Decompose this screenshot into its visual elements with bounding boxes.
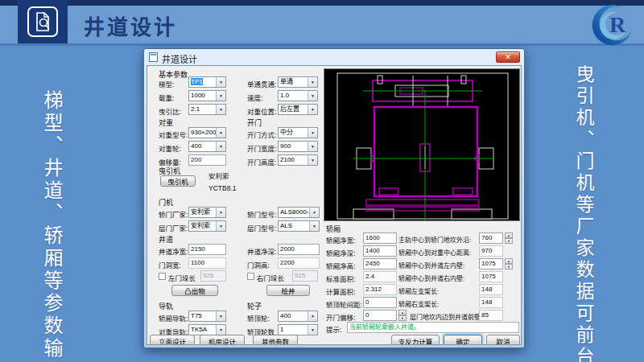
car-right-bracket-label: 轿厢右支架长:	[398, 299, 439, 308]
chevron-down-icon: ▼	[216, 221, 225, 231]
close-button[interactable]: ✕	[496, 51, 520, 63]
shaft-cad-preview[interactable]	[324, 68, 520, 221]
door-mode-select[interactable]: 中分▼	[278, 127, 318, 138]
traction-ratio-select[interactable]: 2:1▼	[188, 104, 226, 115]
car-net-height-input[interactable]: 2450	[363, 258, 397, 269]
speed-select[interactable]: 1.0▼	[278, 90, 318, 101]
spinner-up-icon[interactable]: ▲	[505, 258, 513, 264]
left-jamb-checkbox[interactable]	[159, 273, 166, 280]
car-right-bracket-input[interactable]: 148	[479, 297, 503, 308]
traction-ratio-label: 曳引比:	[159, 106, 181, 116]
cwt-position-select[interactable]: 后左置▼	[278, 104, 318, 115]
chevron-down-icon: ▼	[216, 208, 225, 217]
reaction-force-button[interactable]: 支反力计算	[391, 335, 440, 345]
car-net-width-label: 轿厢净宽:	[326, 235, 355, 245]
ladder-type-select[interactable]: TP1▼	[188, 76, 226, 88]
chevron-down-icon: ▼	[308, 155, 317, 165]
traction-machine-button[interactable]: 曳引机	[160, 175, 196, 187]
landing-door-model-select[interactable]: ALS▼	[278, 220, 320, 232]
main-rail-to-sill-spinner[interactable]: ▲▼	[505, 232, 513, 244]
door-hole-width-label: 门洞宽:	[159, 260, 181, 269]
load-label: 载重:	[159, 93, 174, 102]
car-to-right-wall-input[interactable]: 1075	[479, 271, 503, 282]
computed-area-input[interactable]: 2.312	[363, 284, 397, 295]
left-jamb-input[interactable]: 525	[200, 270, 226, 282]
chevron-down-icon: ▼	[308, 311, 317, 321]
landing-door-brand-select[interactable]: 安利索▼	[188, 220, 226, 232]
cwt-rail-select[interactable]: TK5A▼	[188, 324, 226, 335]
chevron-down-icon: ▼	[216, 128, 225, 138]
dialog-titlebar[interactable]: 井道设计 ✕	[144, 49, 524, 65]
car-to-cwt-center-label: 轿厢中心到对重中心距离:	[398, 248, 471, 257]
elevation-design-button[interactable]: 立面设计	[150, 335, 195, 345]
through-type-label: 单通贯通:	[247, 79, 276, 88]
page-title: 井道设计	[84, 10, 177, 40]
car-door-model-select[interactable]: ALS8000-7▼	[278, 207, 320, 218]
dialog-icon	[149, 52, 158, 62]
door-offset-input[interactable]: 0	[363, 310, 397, 321]
group-shaft: 井道	[159, 234, 173, 245]
door-width-select[interactable]: 900▼	[278, 141, 318, 152]
shaft-design-dialog: 井道设计 ✕ 基本参数 梯型: TP1▼ 单通贯通: 单通▼ 载重: 1000▼…	[143, 48, 525, 348]
right-banner-text: 曳引机、门机等厂家数据可前台增加	[570, 64, 597, 362]
car-to-left-wall-spinner[interactable]: ▲▼	[505, 258, 513, 269]
chevron-down-icon: ▼	[216, 105, 225, 114]
group-counterweight: 对重	[159, 117, 173, 128]
group-door-opening: 开门	[247, 117, 262, 128]
car-net-depth-input[interactable]: 1400	[363, 245, 397, 257]
car-net-width-input[interactable]: 1600	[363, 232, 397, 244]
logo-letter: R	[609, 12, 626, 37]
door-mode-label: 开门方式:	[247, 130, 276, 139]
chevron-down-icon: ▼	[216, 77, 225, 87]
main-rail-to-sill-input[interactable]: 760	[479, 232, 503, 244]
car-left-bracket-input[interactable]: 148	[479, 284, 503, 295]
machine-room-design-button[interactable]: 机房设计	[200, 335, 245, 345]
sill-to-front-wall-input[interactable]: 85	[479, 310, 503, 321]
cwt-wheel-select[interactable]: 400▼	[188, 141, 226, 152]
chevron-down-icon: ▼	[216, 91, 225, 101]
ok-button[interactable]: 确定	[444, 335, 482, 345]
car-to-left-wall-label: 轿厢中心到井道左内壁:	[398, 261, 464, 269]
top-wheel-select[interactable]: 400▼	[278, 311, 318, 322]
right-jamb-input[interactable]: 525	[292, 270, 318, 282]
chevron-down-icon: ▼	[216, 142, 225, 151]
door-offset-spinner[interactable]: ▲▼	[398, 310, 407, 321]
main-rail-to-sill-label: 主轨中心到轿门地坎外沿:	[398, 235, 471, 244]
door-height-select[interactable]: 2100▼	[278, 154, 318, 166]
door-hole-height-input[interactable]: 2200	[278, 257, 320, 269]
car-to-right-wall-label: 轿厢中心到井道右内壁:	[398, 274, 464, 282]
draw-shaft-button[interactable]: 绘井	[266, 285, 310, 296]
car-to-cwt-center-input[interactable]: 970	[479, 245, 503, 257]
spinner-down-icon[interactable]: ▼	[398, 315, 407, 321]
shaft-net-width-input[interactable]: 2150	[188, 244, 226, 255]
document-magnifier-icon	[27, 6, 59, 38]
spinner-up-icon[interactable]: ▲	[398, 310, 407, 315]
traction-brand-text: 安利索	[208, 171, 229, 180]
chevron-down-icon: ▼	[308, 142, 317, 151]
load-select[interactable]: 1000▼	[188, 90, 226, 101]
car-to-left-wall-input[interactable]: 1075	[479, 258, 503, 269]
shaft-net-depth-label: 井道净深:	[247, 246, 276, 256]
cancel-button[interactable]: 取消	[486, 335, 520, 345]
spinner-up-icon[interactable]: ▲	[505, 232, 513, 238]
top-wheel-spacing-input[interactable]: 0	[363, 297, 397, 308]
spinner-down-icon[interactable]: ▼	[505, 264, 513, 269]
shaft-plan-drawing	[324, 69, 519, 220]
spinner-down-icon[interactable]: ▼	[505, 238, 513, 244]
chevron-down-icon: ▼	[216, 311, 225, 321]
protrusion-button[interactable]: 凸出物	[171, 285, 218, 296]
door-hole-width-input[interactable]: 1100	[188, 257, 226, 269]
shaft-net-depth-input[interactable]: 2000	[278, 244, 320, 255]
cwt-offset-input[interactable]: 200	[188, 154, 226, 166]
cwt-model-select[interactable]: 930×200▼	[188, 127, 226, 138]
top-wheel-count-select[interactable]: 1▼	[278, 324, 318, 335]
car-rail-select[interactable]: T75▼	[188, 311, 226, 322]
standard-area-input[interactable]: 2.4	[363, 271, 397, 282]
other-params-button[interactable]: 其他参数	[253, 335, 298, 345]
right-jamb-checkbox[interactable]	[247, 273, 254, 280]
tip-label: 提示:	[326, 324, 341, 334]
car-door-brand-select[interactable]: 安利索▼	[188, 207, 226, 218]
landing-door-model-label: 层门型号:	[247, 223, 276, 232]
chevron-down-icon: ▼	[216, 325, 225, 335]
through-type-select[interactable]: 单通▼	[278, 76, 318, 88]
